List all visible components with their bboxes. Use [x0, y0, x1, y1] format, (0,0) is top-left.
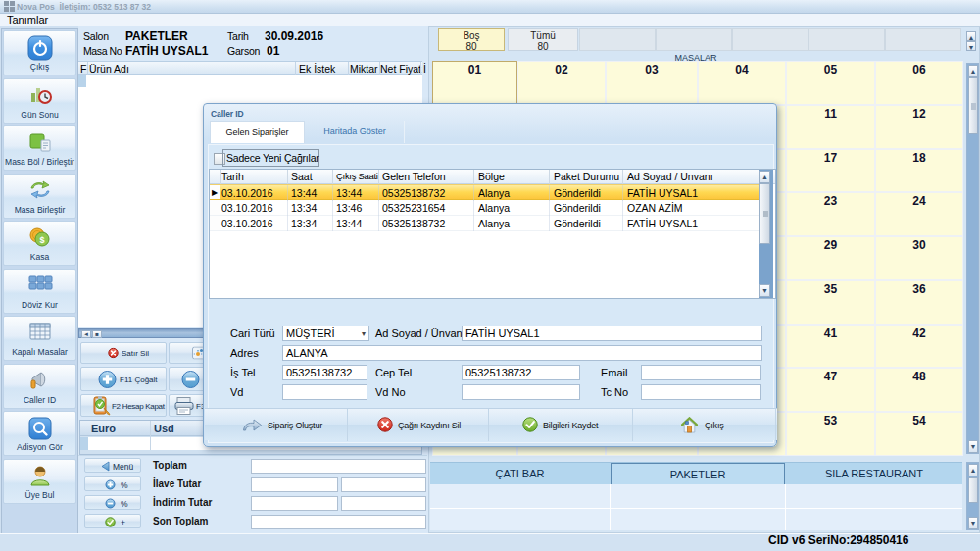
svg-text:$: $ — [39, 235, 44, 245]
